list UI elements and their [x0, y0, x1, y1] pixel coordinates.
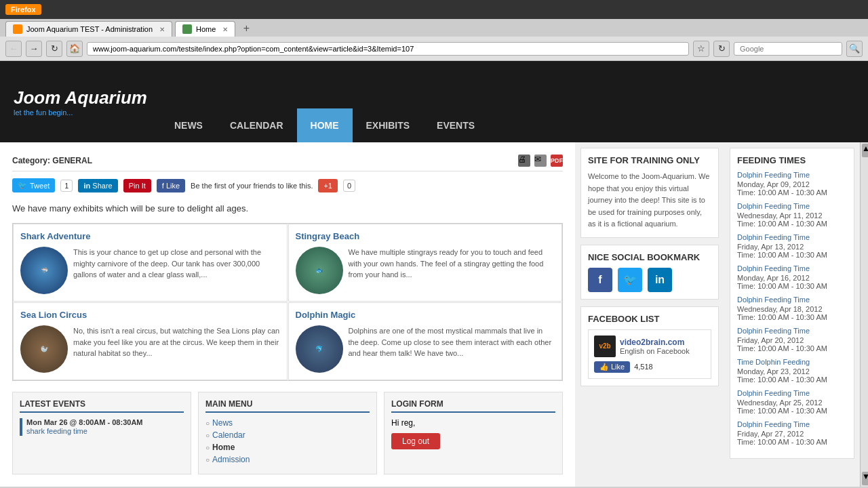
- linkedin-share-button[interactable]: in Share: [78, 179, 117, 192]
- logout-button[interactable]: Log out: [391, 433, 440, 449]
- fb-widget-like-button[interactable]: 👍 Like: [594, 361, 630, 373]
- footer-menu-calendar[interactable]: ○ Calendar: [205, 430, 370, 440]
- address-bar[interactable]: [87, 42, 689, 56]
- center-col: Category: GENERAL 🖨 ✉ PDF: [0, 142, 575, 487]
- facebook-social-icon[interactable]: f: [588, 268, 612, 292]
- feeding-date-1: Wednesday, Apr 11, 2012: [737, 211, 847, 220]
- gplus-count: 0: [343, 180, 355, 192]
- left-main: Category: GENERAL 🖨 ✉ PDF: [0, 142, 724, 487]
- linkedin-social-icon[interactable]: in: [648, 268, 672, 292]
- search-go-button[interactable]: 🔍: [846, 41, 863, 57]
- feeding-item-1: Dolphin Feeding Time Wednesday, Apr 11, …: [737, 202, 847, 228]
- exhibit-dolphin: Dolphin Magic 🐬 Dolphins are one of the …: [288, 302, 563, 380]
- pinterest-pin-button[interactable]: Pin It: [123, 179, 151, 192]
- exhibit-dolphin-img: 🐬: [296, 325, 343, 373]
- scrollbar-down-button[interactable]: ▼: [862, 472, 868, 485]
- nav-home[interactable]: HOME: [297, 108, 353, 142]
- feeding-link-6[interactable]: Time Dolphin Feeding: [737, 358, 847, 366]
- nav-events[interactable]: EVENTS: [423, 108, 488, 142]
- footer-cols: LATEST EVENTS Mon Mar 26 @ 8:00AM - 08:3…: [12, 392, 563, 474]
- twitter-social-icon[interactable]: 🐦: [618, 268, 642, 292]
- nav-exhibits[interactable]: EXHIBITS: [353, 108, 424, 142]
- training-title: SITE FOR TRAINING ONLY: [588, 155, 711, 165]
- exhibit-shark-link[interactable]: Shark Adventure: [20, 231, 91, 241]
- feeding-link-8[interactable]: Dolphin Feeding Time: [737, 420, 847, 428]
- facebook-like-button[interactable]: f Like: [157, 179, 185, 192]
- tab-admin-label: Joom Aquarium TEST - Administration: [26, 25, 153, 33]
- feeding-time-8: Time: 10:00 AM - 10:30 AM: [737, 438, 847, 446]
- tab-home-close[interactable]: ✕: [222, 26, 228, 33]
- firefox-menu[interactable]: Firefox: [5, 4, 41, 15]
- login-form-title: LOGIN FORM: [391, 399, 555, 413]
- feeding-date-0: Monday, Apr 09, 2012: [737, 180, 847, 188]
- feeding-link-2[interactable]: Dolphin Feeding Time: [737, 233, 847, 241]
- gplus-button[interactable]: +1: [318, 179, 338, 192]
- refresh-button[interactable]: ↻: [713, 41, 730, 57]
- logo-sub: let the fun begin...: [14, 108, 147, 117]
- scrollbar-up-button[interactable]: ▲: [862, 144, 868, 157]
- feeding-times-title: FEEDING TIMES: [737, 155, 847, 165]
- fb-widget-name: video2brain.com: [620, 338, 690, 347]
- feeding-time-4: Time: 10:00 AM - 10:30 AM: [737, 313, 847, 321]
- exhibit-stingray-text: We have multiple stingrays ready for you…: [349, 247, 555, 294]
- browser-chrome: Firefox Joom Aquarium TEST - Administrat…: [0, 0, 868, 61]
- feeding-link-1[interactable]: Dolphin Feeding Time: [737, 202, 847, 210]
- site-header: Joom Aquarium let the fun begin... NEWS …: [0, 61, 868, 142]
- back-button[interactable]: ←: [5, 41, 22, 57]
- tab-admin[interactable]: Joom Aquarium TEST - Administration ✕: [5, 21, 172, 37]
- nav-news[interactable]: NEWS: [161, 108, 216, 142]
- feeding-link-0[interactable]: Dolphin Feeding Time: [737, 171, 847, 179]
- tab-home[interactable]: Home ✕: [175, 21, 235, 37]
- fb-widget: v2b video2brain.com English on Facebook …: [588, 329, 711, 379]
- feeding-date-4: Wednesday, Apr 18, 2012: [737, 305, 847, 313]
- feeding-item-7: Dolphin Feeding Time Wednesday, Apr 25, …: [737, 389, 847, 415]
- feeding-link-3[interactable]: Dolphin Feeding Time: [737, 264, 847, 272]
- main-inner: Category: GENERAL 🖨 ✉ PDF: [0, 142, 724, 487]
- feeding-time-1: Time: 10:00 AM - 10:30 AM: [737, 220, 847, 228]
- exhibit-stingray-link[interactable]: Stingray Beach: [296, 231, 360, 241]
- exhibit-sealion: Sea Lion Circus 🦭 No, this isn't a real …: [13, 302, 288, 380]
- nav-calendar[interactable]: CALENDAR: [216, 108, 297, 142]
- feeding-link-5[interactable]: Dolphin Feeding Time: [737, 327, 847, 335]
- search-bar[interactable]: [734, 42, 842, 56]
- exhibit-stingray-img: 🐟: [296, 247, 343, 294]
- feeding-date-2: Friday, Apr 13, 2012: [737, 243, 847, 251]
- tweet-button[interactable]: 🐦 Tweet: [12, 178, 55, 192]
- feeding-time-7: Time: 10:00 AM - 10:30 AM: [737, 407, 847, 415]
- footer-menu-home[interactable]: ○ Home: [205, 443, 370, 452]
- exhibit-dolphin-link[interactable]: Dolphin Magic: [296, 310, 356, 320]
- feeding-item-6: Time Dolphin Feeding Monday, Apr 23, 201…: [737, 358, 847, 384]
- feeding-link-7[interactable]: Dolphin Feeding Time: [737, 389, 847, 397]
- forward-button[interactable]: →: [26, 41, 42, 57]
- reload-button[interactable]: ↻: [46, 41, 62, 57]
- email-icon[interactable]: ✉: [534, 155, 547, 167]
- scrollbar-track[interactable]: ▲ ▼: [860, 142, 868, 487]
- exhibit-dolphin-text: Dolphins are one of the most mystical ma…: [349, 325, 555, 373]
- footer-menu-admission[interactable]: ○ Admission: [205, 455, 370, 464]
- social-bookmark-section: NICE SOCIAL BOOKMARK f 🐦 in: [580, 245, 719, 300]
- tab-home-label: Home: [196, 25, 216, 33]
- pdf-icon[interactable]: PDF: [551, 155, 563, 167]
- exhibit-stingray: Stingray Beach 🐟 We have multiple stingr…: [288, 224, 563, 302]
- footer-menu-news[interactable]: ○ News: [205, 418, 370, 428]
- facebook-list-title: FACEBOOK LIST: [588, 314, 711, 324]
- print-icon[interactable]: 🖨: [518, 155, 530, 167]
- feeding-link-4[interactable]: Dolphin Feeding Time: [737, 296, 847, 304]
- feeding-item-5: Dolphin Feeding Time Friday, Apr 20, 201…: [737, 327, 847, 352]
- logo-text: Joom Aquarium: [14, 87, 147, 108]
- social-bookmark-title: NICE SOCIAL BOOKMARK: [588, 252, 711, 262]
- exhibit-shark-text: This is your chance to get up close and …: [73, 247, 280, 294]
- bookmark-button[interactable]: ☆: [693, 41, 709, 57]
- feeding-date-8: Friday, Apr 27, 2012: [737, 430, 847, 438]
- main-nav: NEWS CALENDAR HOME EXHIBITS EVENTS: [161, 61, 488, 142]
- exhibit-sealion-img: 🦭: [20, 325, 68, 373]
- latest-events-title: LATEST EVENTS: [20, 399, 184, 413]
- exhibit-shark: Shark Adventure 🦈 This is your chance to…: [13, 224, 288, 302]
- tab-admin-close[interactable]: ✕: [159, 26, 165, 33]
- category-value: GENERAL: [52, 156, 92, 165]
- latest-events-col: LATEST EVENTS Mon Mar 26 @ 8:00AM - 08:3…: [12, 392, 191, 474]
- new-tab-button[interactable]: +: [238, 20, 254, 37]
- home-nav-button[interactable]: 🏠: [66, 41, 83, 57]
- exhibit-sealion-link[interactable]: Sea Lion Circus: [20, 310, 87, 320]
- event-link[interactable]: shark feeding time: [26, 427, 87, 435]
